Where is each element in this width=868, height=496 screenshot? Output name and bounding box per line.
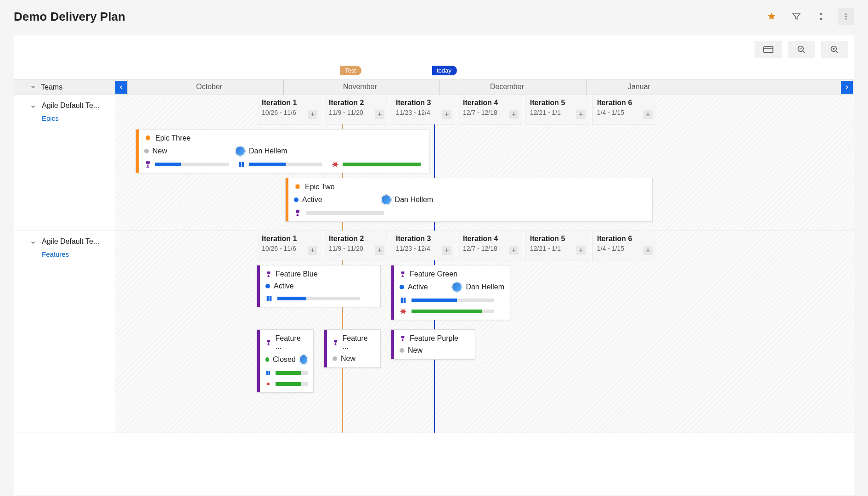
card-state: New xyxy=(341,355,355,363)
add-item-button[interactable]: + xyxy=(576,246,586,255)
team-name[interactable]: Agile Default Te... xyxy=(42,237,115,246)
state-dot xyxy=(333,356,337,361)
month-label: October xyxy=(196,83,222,91)
svg-point-0 xyxy=(845,13,847,15)
zoom-out-icon xyxy=(797,45,806,54)
add-item-button[interactable]: + xyxy=(442,246,451,255)
timeline-prev-button[interactable] xyxy=(115,81,127,94)
teams-header-cell[interactable]: Teams xyxy=(14,83,115,91)
feature-icon xyxy=(400,335,406,342)
card-title: Epic Three xyxy=(155,134,191,142)
iteration-header[interactable]: Iteration 6 1/4 - 1/15 + xyxy=(592,231,656,260)
iteration-header[interactable]: Iteration 1 10/26 - 11/6 + xyxy=(257,95,321,124)
add-item-button[interactable]: + xyxy=(375,246,384,255)
work-item-card[interactable]: Feature Blue Active xyxy=(257,265,381,307)
assignee-name: Dan Hellem xyxy=(466,283,504,291)
iteration-header[interactable]: Iteration 2 11/9 - 11/20 + xyxy=(324,95,388,124)
iteration-name: Iteration 5 xyxy=(530,235,585,243)
iteration-header[interactable]: Iteration 3 11/23 - 12/4 + xyxy=(391,231,455,260)
epic-icon xyxy=(294,183,301,191)
feature-icon xyxy=(333,339,339,346)
filter-icon xyxy=(792,12,801,21)
iteration-header[interactable]: Iteration 6 1/4 - 1/15 + xyxy=(592,95,656,124)
state-dot xyxy=(400,285,404,289)
svg-point-1 xyxy=(845,16,847,17)
iteration-header[interactable]: Iteration 3 11/23 - 12/4 + xyxy=(391,95,455,124)
svg-point-13 xyxy=(401,310,405,313)
month-label: Januar xyxy=(628,83,650,91)
iteration-header[interactable]: Iteration 4 12/7 - 12/18 + xyxy=(458,231,522,260)
state-dot xyxy=(265,357,269,362)
add-item-button[interactable]: + xyxy=(509,246,519,255)
avatar xyxy=(381,195,391,205)
svg-point-12 xyxy=(333,163,337,166)
work-item-card[interactable]: Feature ... Closed xyxy=(257,329,314,393)
add-item-button[interactable]: + xyxy=(375,110,384,119)
story-icon xyxy=(265,369,271,377)
star-icon xyxy=(767,12,776,21)
more-vertical-icon xyxy=(842,12,850,21)
iteration-header[interactable]: Iteration 2 11/9 - 11/20 + xyxy=(324,231,388,260)
card-title: Epic Two xyxy=(305,183,335,191)
favorite-button[interactable] xyxy=(763,8,780,25)
feature-icon xyxy=(265,271,272,277)
iteration-header[interactable]: Iteration 5 12/21 - 1/1 + xyxy=(525,231,589,260)
chevron-left-icon xyxy=(118,84,124,90)
zoom-out-button[interactable] xyxy=(788,41,815,58)
timeline-next-button[interactable] xyxy=(841,81,853,94)
feature-icon xyxy=(400,271,406,277)
work-item-card[interactable]: Epic Three New Dan Hellem xyxy=(135,129,429,173)
add-item-button[interactable]: + xyxy=(308,246,317,255)
svg-line-9 xyxy=(836,51,838,53)
zoom-in-button[interactable] xyxy=(821,41,848,58)
add-item-button[interactable]: + xyxy=(442,110,451,119)
card-state: Active xyxy=(302,196,322,204)
work-item-card[interactable]: Feature ... New xyxy=(324,329,381,368)
card-state: New xyxy=(152,147,167,155)
avatar xyxy=(299,355,308,365)
card-title: Feature Blue xyxy=(276,270,318,278)
backlog-link-features[interactable]: Features xyxy=(42,250,110,258)
card-state: Closed xyxy=(273,355,296,364)
svg-point-14 xyxy=(267,383,270,385)
chevron-right-icon xyxy=(844,84,850,90)
trophy-icon xyxy=(144,161,152,168)
work-item-card[interactable]: Epic Two Active Dan Hellem xyxy=(285,178,653,222)
iteration-name: Iteration 3 xyxy=(396,99,451,107)
avatar xyxy=(452,282,462,292)
add-item-button[interactable]: + xyxy=(509,110,519,119)
iteration-name: Iteration 1 xyxy=(262,99,316,107)
add-item-button[interactable]: + xyxy=(576,110,586,119)
collapse-button[interactable] xyxy=(813,8,829,25)
iteration-name: Iteration 2 xyxy=(329,235,383,243)
filter-button[interactable] xyxy=(788,8,805,25)
iteration-name: Iteration 6 xyxy=(597,99,652,107)
card-title: Feature Purple xyxy=(410,334,458,343)
chevron-down-icon[interactable] xyxy=(30,103,36,110)
avatar xyxy=(235,146,245,156)
add-item-button[interactable]: + xyxy=(308,110,317,119)
card-icon xyxy=(763,46,773,53)
team-name[interactable]: Agile Default Te... xyxy=(42,101,115,110)
chevron-down-icon[interactable] xyxy=(30,239,36,246)
month-label: December xyxy=(490,83,524,91)
iteration-header[interactable]: Iteration 5 12/21 - 1/1 + xyxy=(525,95,589,124)
zoom-in-icon xyxy=(830,45,839,54)
svg-line-6 xyxy=(803,51,805,53)
card-state: Active xyxy=(274,282,294,290)
work-item-card[interactable]: Feature Purple New xyxy=(391,329,475,360)
add-item-button[interactable]: + xyxy=(643,246,653,255)
more-button[interactable] xyxy=(838,8,854,25)
add-item-button[interactable]: + xyxy=(643,110,653,119)
marker-test[interactable]: Test xyxy=(340,66,361,75)
calendar-view-button[interactable] xyxy=(755,41,782,58)
work-item-card[interactable]: Feature Green Active Dan Hellem xyxy=(391,265,510,320)
epic-icon xyxy=(144,135,152,142)
iteration-name: Iteration 3 xyxy=(396,235,451,243)
backlog-link-epics[interactable]: Epics xyxy=(42,114,110,122)
state-dot xyxy=(144,149,149,153)
story-icon xyxy=(238,161,245,168)
iteration-header[interactable]: Iteration 4 12/7 - 12/18 + xyxy=(458,95,522,124)
iteration-header[interactable]: Iteration 1 10/26 - 11/6 + xyxy=(257,231,321,260)
marker-today[interactable]: today xyxy=(432,66,457,75)
